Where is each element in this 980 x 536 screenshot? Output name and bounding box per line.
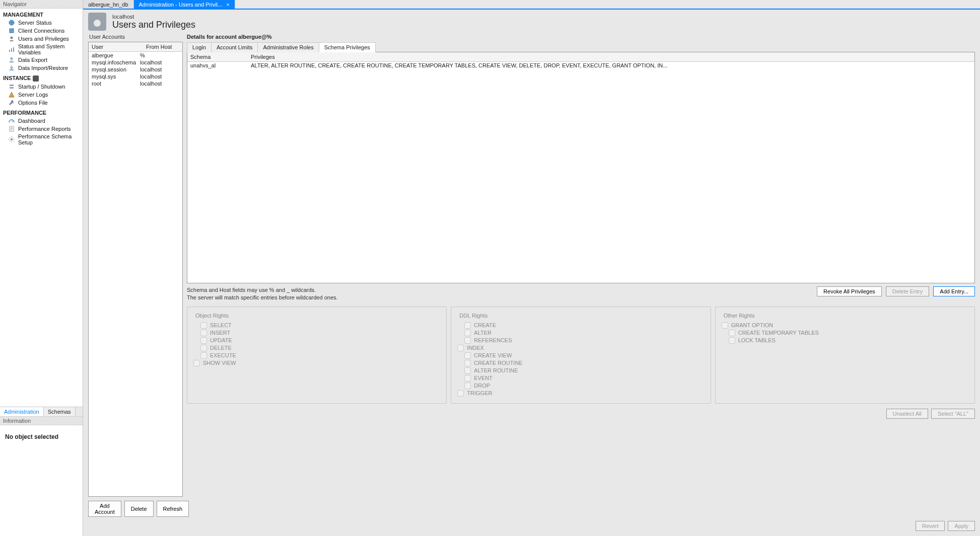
tab-schema-privileges[interactable]: Schema Privileges — [319, 42, 376, 52]
user-accounts-table[interactable]: User From Host albergue%mysql.infoschema… — [88, 42, 183, 497]
editor-tab-db[interactable]: albergue_hn_db — [83, 0, 134, 9]
checkbox[interactable] — [464, 375, 471, 381]
privilege-select[interactable]: SELECT — [193, 322, 440, 329]
schema-privilege-row[interactable]: unahvs_alALTER, ALTER ROUTINE, CREATE, C… — [187, 62, 974, 69]
nav-item-startup-shutdown[interactable]: Startup / Shutdown — [0, 83, 83, 91]
checkbox[interactable] — [464, 382, 471, 389]
checkbox[interactable] — [464, 337, 471, 344]
user-account-row[interactable]: rootlocalhost — [89, 80, 182, 87]
privilege-drop[interactable]: DROP — [457, 382, 704, 390]
column-header-schema[interactable]: Schema — [187, 52, 248, 61]
checkbox[interactable] — [200, 345, 207, 351]
privilege-update[interactable]: UPDATE — [193, 337, 440, 344]
checkbox[interactable] — [729, 330, 735, 336]
checkbox[interactable] — [193, 360, 200, 366]
tab-login[interactable]: Login — [187, 42, 212, 52]
checkbox[interactable] — [464, 360, 471, 366]
checkbox[interactable] — [722, 322, 728, 329]
tab-account-limits[interactable]: Account Limits — [211, 42, 258, 52]
privilege-trigger[interactable]: TRIGGER — [457, 390, 704, 397]
checkbox[interactable] — [200, 330, 207, 336]
select-all-button[interactable]: Select "ALL" — [931, 409, 975, 419]
tab-admin-roles[interactable]: Administrative Roles — [257, 42, 319, 52]
privilege-alter-routine[interactable]: ALTER ROUTINE — [457, 367, 704, 374]
privilege-delete[interactable]: DELETE — [193, 344, 440, 352]
nav-item-label: Users and Privileges — [18, 36, 69, 42]
nav-section-header: MANAGEMENT — [0, 9, 83, 19]
checkbox[interactable] — [457, 390, 464, 397]
close-icon[interactable]: × — [226, 2, 229, 8]
nav-item-label: Data Export — [18, 57, 47, 63]
unselect-all-button[interactable]: Unselect All — [886, 409, 928, 419]
checkbox[interactable] — [457, 345, 464, 351]
nav-item-server-status[interactable]: Server Status — [0, 19, 83, 27]
navigator-tab-administration[interactable]: Administration — [0, 407, 44, 416]
privilege-create-temporary-tables[interactable]: CREATE TEMPORARY TABLES — [722, 329, 968, 337]
gauge-icon — [8, 117, 15, 124]
column-header-privileges[interactable]: Privileges — [248, 52, 974, 61]
nav-item-data-import[interactable]: Data Import/Restore — [0, 64, 83, 72]
privilege-show-view[interactable]: SHOW VIEW — [193, 359, 440, 367]
delete-account-button[interactable]: Delete — [124, 501, 154, 517]
privilege-index[interactable]: INDEX — [457, 344, 704, 352]
checkbox[interactable] — [729, 337, 735, 344]
nav-item-data-export[interactable]: Data Export — [0, 56, 83, 64]
privilege-create-view[interactable]: CREATE VIEW — [457, 352, 704, 359]
user-icon — [8, 35, 15, 42]
privilege-references[interactable]: REFERENCES — [457, 337, 704, 344]
privilege-alter[interactable]: ALTER — [457, 329, 704, 337]
nav-item-server-logs[interactable]: Server Logs — [0, 91, 83, 99]
privilege-label: CREATE — [474, 322, 496, 328]
apply-button[interactable]: Apply — [948, 521, 975, 531]
navigator-tab-schemas[interactable]: Schemas — [44, 407, 76, 416]
checkbox[interactable] — [464, 352, 471, 359]
nav-item-users-privileges[interactable]: Users and Privileges — [0, 35, 83, 43]
checkbox[interactable] — [464, 322, 471, 329]
no-object-selected: No object selected — [5, 433, 78, 440]
privilege-event[interactable]: EVENT — [457, 374, 704, 382]
privilege-create[interactable]: CREATE — [457, 322, 704, 329]
privilege-create-routine[interactable]: CREATE ROUTINE — [457, 359, 704, 367]
privilege-lock-tables[interactable]: LOCK TABLES — [722, 337, 968, 344]
privilege-insert[interactable]: INSERT — [193, 329, 440, 337]
nav-item-perf-schema-setup[interactable]: Performance Schema Setup — [0, 133, 83, 146]
nav-item-client-connections[interactable]: Client Connections — [0, 27, 83, 35]
revert-button[interactable]: Revert — [916, 521, 945, 531]
host-cell: % — [140, 52, 179, 58]
delete-entry-button[interactable]: Delete Entry — [886, 286, 930, 296]
export-icon — [8, 56, 15, 63]
privilege-label: CREATE ROUTINE — [474, 360, 522, 366]
nav-item-label: Performance Schema Setup — [18, 133, 80, 145]
instance-icon — [33, 75, 39, 82]
gear-icon — [8, 136, 15, 143]
privilege-label: DELETE — [210, 345, 232, 351]
user-account-row[interactable]: mysql.infoschemalocalhost — [89, 59, 182, 66]
host-label: localhost — [112, 14, 195, 20]
checkbox[interactable] — [200, 337, 207, 344]
user-account-row[interactable]: albergue% — [89, 52, 182, 59]
checkbox[interactable] — [200, 322, 207, 329]
bars-icon — [8, 46, 15, 53]
information-body: No object selected — [0, 425, 83, 536]
user-account-row[interactable]: mysql.sessionlocalhost — [89, 66, 182, 73]
add-account-button[interactable]: Add Account — [88, 501, 121, 517]
checkbox[interactable] — [464, 330, 471, 336]
revoke-all-privileges-button[interactable]: Revoke All Privileges — [817, 286, 882, 296]
add-entry-button[interactable]: Add Entry... — [933, 286, 975, 296]
user-account-row[interactable]: mysql.syslocalhost — [89, 73, 182, 80]
refresh-accounts-button[interactable]: Refresh — [157, 501, 189, 517]
privilege-grant-option[interactable]: GRANT OPTION — [722, 322, 968, 329]
nav-item-perf-reports[interactable]: Performance Reports — [0, 125, 83, 133]
column-header-user[interactable]: User — [89, 42, 143, 51]
server-icon — [8, 83, 15, 90]
column-header-from-host[interactable]: From Host — [143, 42, 182, 51]
editor-tab-admin[interactable]: Administration - Users and Privil...× — [134, 0, 235, 9]
privilege-execute[interactable]: EXECUTE — [193, 352, 440, 359]
checkbox[interactable] — [200, 352, 207, 359]
nav-item-status-variables[interactable]: Status and System Variables — [0, 43, 83, 56]
nav-item-dashboard[interactable]: Dashboard — [0, 117, 83, 125]
privilege-label: INDEX — [467, 345, 484, 351]
schema-privileges-table[interactable]: Schema Privileges unahvs_alALTER, ALTER … — [187, 52, 975, 283]
checkbox[interactable] — [464, 367, 471, 374]
nav-item-options-file[interactable]: Options File — [0, 99, 83, 107]
